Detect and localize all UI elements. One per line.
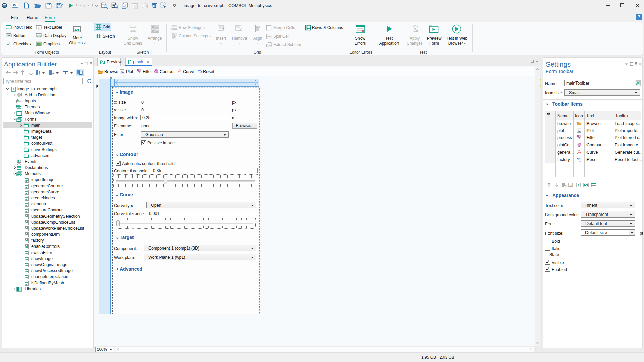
svg-text:1.23: 1.23: [131, 29, 136, 31]
svg-text:T: T: [38, 26, 40, 29]
svg-text:1.23: 1.23: [37, 35, 41, 37]
svg-text:OK: OK: [7, 34, 11, 37]
svg-text:A: A: [12, 88, 14, 91]
